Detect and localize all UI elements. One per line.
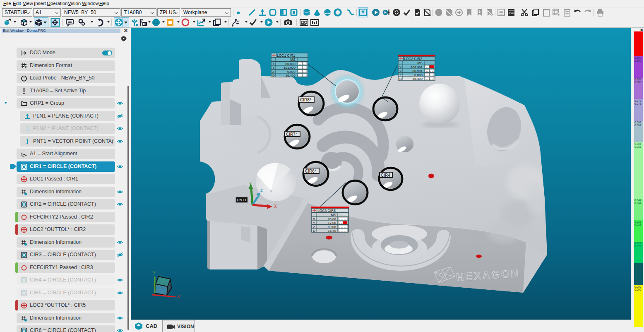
svg-text:0.000: 0.000: [414, 73, 423, 77]
svg-text:LOC1 CIR1: LOC1 CIR1: [277, 53, 295, 58]
svg-text:Z: Z: [272, 70, 274, 74]
svg-text:0.000: 0.000: [287, 70, 296, 74]
svg-text:Y: Y: [249, 182, 252, 186]
svg-text:*: *: [361, 8, 365, 17]
svg-text:MS: MS: [331, 213, 336, 217]
svg-text:108.991: 108.991: [411, 65, 423, 69]
svg-text:17.00: 17.00: [328, 221, 336, 225]
svg-text:Y: Y: [399, 69, 402, 73]
svg-text:LOC3 CIR5: LOC3 CIR5: [317, 209, 336, 213]
svg-text:X: X: [272, 62, 275, 66]
svg-text:LOC2 CIR2: LOC2 CIR2: [404, 57, 422, 61]
svg-text:80.00: 80.00: [328, 217, 336, 221]
svg-text:Z: Z: [313, 225, 315, 229]
svg-text:101.000: 101.000: [284, 66, 296, 70]
svg-text:Y: Y: [272, 66, 275, 70]
svg-text:X: X: [177, 294, 180, 299]
svg-text:X: X: [399, 65, 402, 69]
svg-text:CIR4: CIR4: [381, 173, 390, 178]
svg-text:MS: MS: [290, 58, 296, 62]
svg-text:MS: MS: [417, 61, 423, 65]
svg-text:X: X: [274, 204, 277, 209]
svg-text:CIR8*: CIR8*: [300, 98, 311, 102]
svg-text:0.000: 0.000: [328, 225, 336, 229]
svg-text:Y: Y: [153, 271, 156, 275]
svg-text:CIR6*: CIR6*: [305, 169, 316, 173]
svg-text:Z: Z: [399, 73, 401, 77]
svg-text:Y: Y: [313, 221, 315, 225]
svg-text:CIR7*: CIR7*: [286, 132, 297, 137]
svg-text:PNT1: PNT1: [237, 198, 246, 202]
svg-text:88.991: 88.991: [413, 69, 423, 73]
svg-text:80.000: 80.000: [286, 62, 296, 66]
svg-text:Z: Z: [260, 188, 263, 192]
svg-text:X: X: [313, 217, 315, 221]
